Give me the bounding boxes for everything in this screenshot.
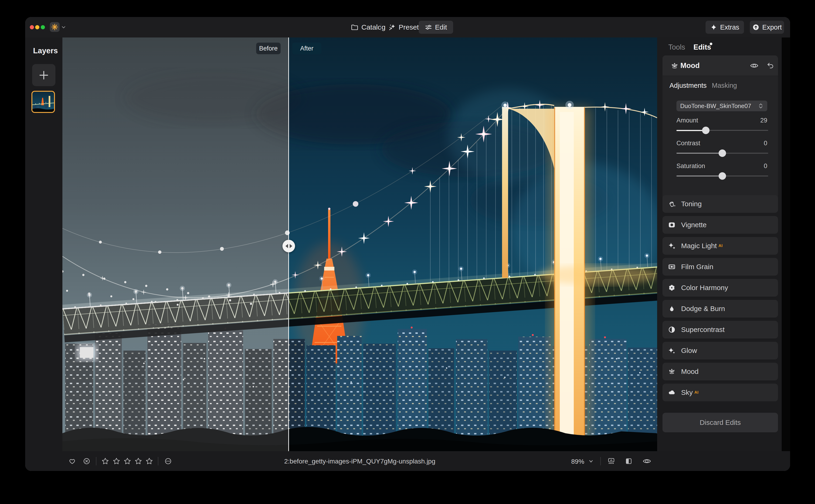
saturation-value: 0 — [764, 162, 767, 170]
sky-cloud-icon — [662, 389, 681, 396]
mood-header[interactable]: Mood — [662, 55, 778, 76]
tool-label: Vignette — [681, 221, 707, 229]
preset-select[interactable]: DuoTone-BW_SkinTone07 — [676, 101, 767, 111]
glow-icon — [662, 347, 681, 355]
app-window: Catalog Presets — [25, 17, 790, 471]
preset-select-value: DuoTone-BW_SkinTone07 — [680, 102, 758, 110]
supercontrast-icon — [662, 326, 681, 334]
mood-section-title: Mood — [680, 61, 700, 70]
add-layer-button[interactable] — [32, 64, 55, 86]
tool-glow[interactable]: Glow — [662, 342, 778, 359]
panel-right-gutter — [782, 37, 790, 451]
tool-label: Supercontrast — [681, 326, 725, 334]
tool-mood[interactable]: Mood — [662, 363, 778, 380]
tab-catalog[interactable]: Catalog — [351, 21, 385, 34]
tool-magic-light[interactable]: Magic Light AI — [662, 237, 778, 255]
photo-canvas[interactable]: Before After — [62, 37, 657, 451]
app-menu-chevron-icon[interactable] — [61, 26, 66, 29]
tab-presets[interactable]: Presets — [388, 21, 422, 34]
app-logo-button[interactable] — [50, 22, 60, 32]
right-arrow-icon — [290, 244, 292, 248]
before-image — [62, 37, 289, 451]
vignette-icon — [662, 221, 681, 229]
left-arrow-icon — [285, 244, 288, 248]
plus-icon — [38, 70, 49, 81]
zoom-window-button[interactable] — [41, 25, 45, 29]
current-filename: 2:before_getty-images-iPM_QUY7gMg-unspla… — [62, 458, 657, 465]
edits-panel: Tools Edits Mood — [657, 37, 782, 451]
tool-label: Magic Light — [681, 242, 717, 250]
extras-button-label: Extras — [720, 24, 739, 31]
desktop: Catalog Presets — [0, 0, 815, 504]
tab-edit-label: Edit — [435, 23, 447, 31]
color-harmony-icon — [662, 284, 681, 292]
amount-slider[interactable] — [676, 127, 768, 134]
tool-label: Film Grain — [681, 263, 713, 271]
contrast-value: 0 — [764, 140, 767, 147]
sparkles-wand-icon — [388, 24, 396, 31]
before-after-split-icon[interactable] — [625, 457, 633, 465]
zoom-level[interactable]: 89% — [571, 458, 584, 465]
statusbar: 2:before_getty-images-iPM_QUY7gMg-unspla… — [25, 451, 790, 471]
tool-label: Toning — [681, 200, 702, 208]
tool-toning[interactable]: Toning — [662, 195, 778, 213]
undo-reset-icon[interactable] — [766, 62, 774, 70]
export-upload-icon — [752, 24, 760, 31]
tool-label: Sky — [681, 389, 693, 396]
eye-visibility-icon[interactable] — [750, 62, 759, 70]
tool-film-grain[interactable]: Film Grain — [662, 258, 778, 276]
export-button-label: Export — [762, 24, 782, 31]
tab-edits[interactable]: Edits — [693, 43, 711, 51]
tool-vignette[interactable]: Vignette — [662, 216, 778, 234]
layers-panel-title: Layers — [33, 46, 58, 55]
amount-value: 29 — [760, 117, 767, 124]
zoom-chevron-down-icon[interactable] — [589, 460, 593, 463]
tool-supercontrast[interactable]: Supercontrast — [662, 321, 778, 338]
after-label: After — [292, 43, 321, 54]
folder-icon — [351, 23, 359, 31]
contrast-slider[interactable] — [676, 149, 768, 157]
mood-icon — [662, 368, 681, 375]
tab-masking[interactable]: Masking — [712, 82, 737, 89]
tab-catalog-label: Catalog — [361, 23, 385, 31]
contrast-label: Contrast — [676, 140, 700, 147]
film-grain-icon — [662, 263, 681, 271]
layers-sidebar: Layers — [25, 37, 62, 451]
saturation-label: Saturation — [676, 162, 705, 170]
filmstrip-panel-toggle-icon[interactable] — [607, 457, 615, 465]
after-image — [289, 37, 657, 451]
lotus-icon — [670, 62, 679, 70]
close-window-button[interactable] — [30, 25, 34, 29]
mood-edit-card: Mood Adjustments Masking DuoTone-BW_Skin… — [662, 55, 778, 206]
minimize-window-button[interactable] — [35, 25, 39, 29]
ai-badge: AI — [718, 244, 723, 248]
saturation-slider[interactable] — [676, 172, 768, 180]
titlebar: Catalog Presets — [25, 17, 790, 37]
asterisk-logo-icon — [51, 24, 58, 30]
titlebar-divider — [381, 24, 381, 31]
edits-badge-dot — [710, 43, 712, 45]
four-point-star-icon — [710, 24, 717, 31]
tool-label: Mood — [681, 368, 699, 375]
magic-light-icon — [662, 242, 681, 250]
tool-sky[interactable]: Sky AI — [662, 384, 778, 401]
tab-tools[interactable]: Tools — [668, 43, 685, 51]
sliders-icon — [425, 24, 432, 31]
toning-icon — [662, 200, 681, 208]
discard-edits-button[interactable]: Discard Edits — [662, 413, 778, 432]
tool-color-harmony[interactable]: Color Harmony — [662, 279, 778, 297]
tab-adjustments[interactable]: Adjustments — [669, 82, 707, 89]
export-button[interactable]: Export — [750, 21, 784, 34]
ai-badge: AI — [694, 390, 699, 395]
statusbar-divider — [600, 457, 601, 465]
before-label: Before — [256, 43, 281, 54]
tab-edit[interactable]: Edit — [419, 21, 453, 34]
preview-eye-icon[interactable] — [642, 457, 651, 465]
tool-label: Color Harmony — [681, 284, 728, 292]
layer-thumbnail[interactable] — [31, 91, 55, 113]
compare-handle[interactable] — [282, 240, 295, 252]
extras-button[interactable]: Extras — [706, 21, 744, 34]
tool-label: Glow — [681, 347, 697, 355]
tool-label: Dodge & Burn — [681, 305, 725, 313]
tool-dodge-burn[interactable]: Dodge & Burn — [662, 300, 778, 318]
